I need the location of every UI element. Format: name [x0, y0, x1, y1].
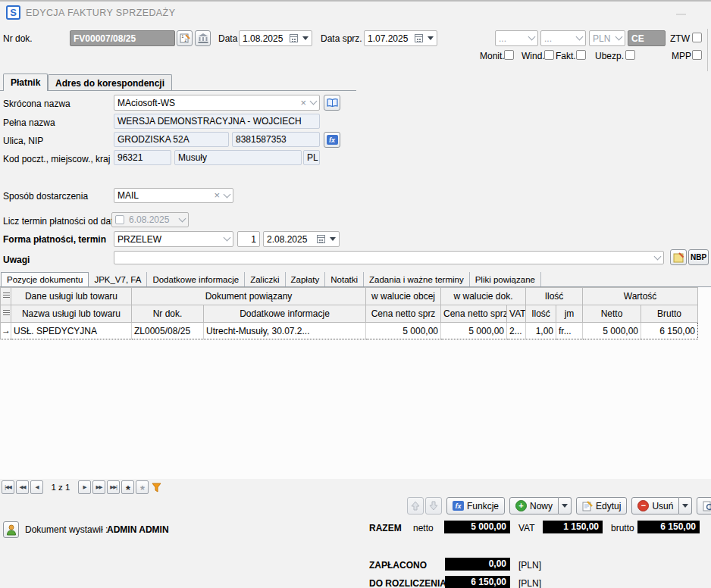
chevron-down-icon[interactable]	[224, 190, 231, 198]
chevron-down-icon[interactable]	[179, 214, 186, 222]
mpp-checkbox[interactable]	[692, 50, 702, 60]
clear-icon[interactable]: ×	[300, 99, 306, 107]
col-ilosc[interactable]: Ilość	[526, 305, 556, 323]
tab-zaliczki[interactable]: Zaliczki	[245, 272, 285, 286]
issuer-button[interactable]	[3, 521, 19, 538]
nav-prev-button[interactable]: ◀	[30, 480, 43, 494]
bank-button[interactable]	[195, 30, 211, 46]
tab-pozycje-dokumentu[interactable]: Pozycje dokumentu	[1, 272, 89, 286]
group-wartosc[interactable]: Wartość	[583, 288, 698, 305]
group-w-walucie-dok[interactable]: w walucie dok.	[441, 288, 526, 305]
chevron-down-icon[interactable]	[615, 33, 623, 41]
nip-field[interactable]: 8381587353	[232, 132, 320, 147]
group-dane-uslugi[interactable]: Dane usługi lub towaru	[11, 288, 132, 305]
group-dokument-powiazany[interactable]: Dokument powiązany	[132, 288, 366, 305]
wind-checkbox[interactable]	[544, 50, 554, 60]
renumber-button[interactable]: 1 2	[177, 30, 193, 46]
cell-netto[interactable]: 5 000,00	[583, 323, 641, 339]
row-marker-cell[interactable]: →✓	[1, 323, 11, 339]
move-up-button[interactable]	[407, 497, 424, 514]
pelna-nazwa-field[interactable]: WERSJA DEMONSTRACYJNA - WOJCIECH	[114, 114, 320, 129]
nav-next-button[interactable]: ▶	[78, 480, 91, 494]
tab-pliki-powiazane[interactable]: Pliki powiązane	[470, 272, 541, 286]
tab-zaplaty[interactable]: Zapłaty	[286, 272, 326, 286]
forma-platnosci-combo[interactable]: PRZELEW	[114, 231, 233, 247]
cell-brutto[interactable]: 6 150,00	[641, 323, 698, 339]
cell-cena-dok[interactable]: 5 000,00	[441, 323, 507, 339]
cell-nr-dok[interactable]: ZL0005/08/25	[132, 323, 204, 339]
nbp-button[interactable]: NBP	[688, 249, 709, 265]
monit-checkbox[interactable]	[504, 50, 514, 60]
cell-cena-obca[interactable]: 5 000,00	[366, 323, 441, 339]
edytuj-button[interactable]: Edytuj	[576, 497, 627, 514]
miejscowosc-field[interactable]: Musuły	[174, 150, 302, 165]
chevron-down-icon[interactable]	[576, 33, 584, 41]
kod-pocztowy-field[interactable]: 96321	[114, 150, 171, 165]
row-selector-header[interactable]	[1, 305, 11, 323]
col-brutto[interactable]: Brutto	[641, 305, 698, 323]
cell-ilosc[interactable]: 1,00	[526, 323, 556, 339]
licz-termin-checkbox[interactable]	[115, 215, 124, 224]
skrocona-nazwa-combo[interactable]: MAciosoft-WS ×	[114, 95, 320, 111]
col-cena-netto-sprz-obca[interactable]: Cena netto sprz	[366, 305, 441, 323]
clear-icon[interactable]: ×	[214, 192, 220, 199]
ce-field[interactable]: CE	[628, 30, 666, 46]
usun-button[interactable]: − Usuń	[631, 497, 679, 514]
nowy-dropdown-button[interactable]	[559, 497, 572, 514]
tab-zadania-terminy[interactable]: Zadania i ważne terminy	[364, 272, 470, 286]
nav-insert-button[interactable]: *	[121, 480, 134, 494]
currency-combo[interactable]: PLN	[589, 30, 625, 46]
tab-jpk-v7-fa[interactable]: JPK_V7, FA	[89, 272, 147, 286]
col-jm[interactable]: jm	[556, 305, 583, 323]
col-vat[interactable]: VAT	[507, 305, 526, 323]
col-cena-netto-sprz-dok[interactable]: Cena netto sprz	[441, 305, 507, 323]
licz-termin-group[interactable]: 6.08.2025	[111, 212, 189, 227]
group-w-walucie-obcej[interactable]: w walucie obcej	[366, 288, 441, 305]
chevron-down-icon[interactable]	[310, 98, 318, 105]
cell-dodatkowe[interactable]: Utrecht-Musuły, 30.07.2...	[204, 323, 366, 339]
nr-dok-field[interactable]: FV00007/08/25	[70, 30, 175, 46]
chevron-down-icon[interactable]	[330, 237, 336, 241]
chevron-down-icon[interactable]	[302, 36, 309, 40]
tab-platnik[interactable]: Płatnik	[3, 74, 48, 91]
funkcje-button[interactable]: fx Funkcje	[446, 497, 505, 514]
fakt-checkbox[interactable]	[576, 50, 586, 60]
table-row[interactable]: →✓ USŁ. SPEDYCYJNA ZL0005/08/25 Utrecht-…	[1, 323, 698, 339]
positions-grid-area[interactable]: Dane usługi lub towaru Dokument powiązan…	[0, 287, 711, 479]
termin-date-field[interactable]: 2.08.2025	[263, 231, 340, 247]
move-down-button[interactable]	[425, 497, 442, 514]
nav-fast-prev-button[interactable]: ◀◀	[16, 480, 29, 494]
termin-dni-field[interactable]: 1	[237, 231, 260, 247]
ztw-checkbox[interactable]	[692, 33, 702, 42]
ulica-field[interactable]: GRODZISKA 52A	[114, 132, 229, 147]
chevron-down-icon[interactable]	[428, 36, 434, 40]
uwagi-edit-button[interactable]	[670, 249, 687, 265]
tab-notatki[interactable]: Notatki	[325, 272, 364, 286]
cell-jm[interactable]: fr...	[556, 323, 583, 339]
cell-vat[interactable]: 2...	[507, 323, 526, 339]
nav-first-button[interactable]: |◀◀	[2, 480, 14, 494]
tab-adres-korespondencji[interactable]: Adres do korespondencji	[48, 74, 172, 91]
contractor-lookup-button[interactable]	[324, 95, 340, 111]
usun-dropdown-button[interactable]	[679, 497, 692, 514]
uwagi-field[interactable]	[114, 251, 664, 264]
col-netto[interactable]: Netto	[583, 305, 641, 323]
podglad-button[interactable]: Podgląd	[697, 497, 711, 514]
chevron-down-icon[interactable]	[224, 234, 231, 242]
data-sprz-field[interactable]: 1.07.2025	[364, 30, 437, 46]
kraj-field[interactable]: PL	[303, 150, 320, 165]
col-nazwa-uslugi[interactable]: Nazwa usługi lub towaru	[11, 305, 132, 323]
sposob-dostarczenia-combo[interactable]: MAIL ×	[114, 188, 233, 203]
nip-verify-button[interactable]: fx	[324, 132, 340, 148]
nav-fast-next-button[interactable]: ▶▶	[92, 480, 105, 494]
nav-insert-copy-button[interactable]: *	[136, 480, 149, 494]
tab-dodatkowe-informacje[interactable]: Dodatkowe informacje	[147, 272, 245, 286]
nowy-button[interactable]: + Nowy	[509, 497, 559, 514]
col-nr-dok[interactable]: Nr dok.	[132, 305, 204, 323]
nav-last-button[interactable]: ▶▶|	[107, 480, 120, 494]
col-dodatkowe-informacje[interactable]: Dodatkowe informacje	[204, 305, 366, 323]
chevron-down-icon[interactable]	[654, 252, 662, 260]
group-ilosc[interactable]: Ilość	[526, 288, 583, 305]
doc-type-combo[interactable]: ...	[495, 30, 538, 46]
cell-nazwa[interactable]: USŁ. SPEDYCYJNA	[11, 323, 132, 339]
